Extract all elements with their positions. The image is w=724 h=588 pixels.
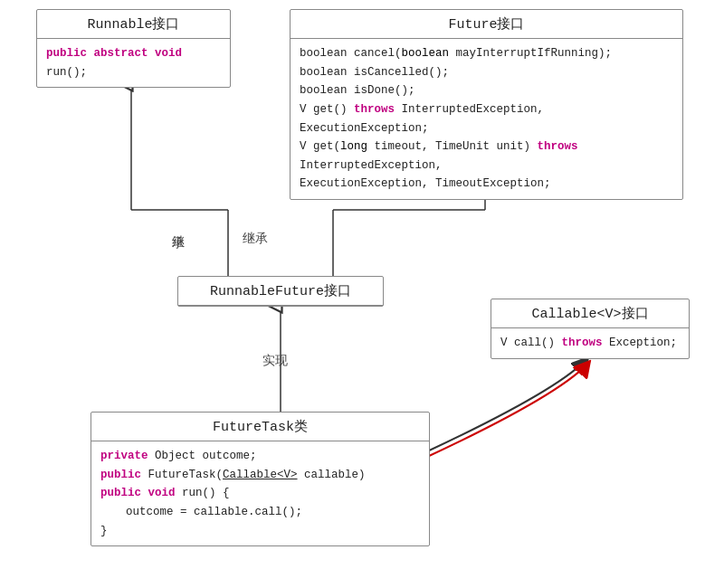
ft-line-1: private Object outcome; <box>100 447 420 466</box>
runnable-title: Runnable接口 <box>37 10 230 39</box>
future-line-4: V get() throws InterruptedException, Exe… <box>300 100 673 138</box>
ft-line-5: } <box>100 522 420 541</box>
future-body: boolean cancel(boolean mayInterruptIfRun… <box>291 39 682 199</box>
future-line-5: V get(long timeout, TimeUnit unit) throw… <box>300 138 673 194</box>
inherit-label: 继承 <box>169 224 186 228</box>
callable-title: Callable<V>接口 <box>491 299 689 328</box>
implement-label: 实现 <box>262 353 288 369</box>
futuretask-title: FutureTask类 <box>91 413 429 441</box>
runnable-body: public abstract void run(); <box>37 39 230 87</box>
kw-void-1: void <box>155 47 182 60</box>
inherit-label-h: 继承 <box>243 231 268 247</box>
future-line-3: boolean isDone(); <box>300 81 673 100</box>
diagram-container: Runnable接口 public abstract void run(); F… <box>0 0 724 588</box>
ft-line-4: outcome = callable.call(); <box>100 503 420 522</box>
futuretask-body: private Object outcome; public FutureTas… <box>91 441 429 545</box>
callable-throws: throws <box>562 337 603 349</box>
future-box: Future接口 boolean cancel(boolean mayInter… <box>290 9 683 200</box>
kw-abstract-1: abstract <box>94 47 156 60</box>
future-line-1: boolean cancel(boolean mayInterruptIfRun… <box>300 44 673 63</box>
future-line-2: boolean isCancelled(); <box>300 63 673 82</box>
runnable-box: Runnable接口 public abstract void run(); <box>36 9 231 88</box>
runnablefuture-box: RunnableFuture接口 <box>177 276 384 307</box>
future-title: Future接口 <box>291 10 682 39</box>
futuretask-box: FutureTask类 private Object outcome; publ… <box>90 412 430 546</box>
ft-line-3: public void run() { <box>100 484 420 503</box>
run-method: run(); <box>46 66 87 79</box>
kw-public-1: public <box>46 47 94 60</box>
runnablefuture-title: RunnableFuture接口 <box>178 277 383 306</box>
callable-body: V call() throws Exception; <box>491 328 689 358</box>
callable-box: Callable<V>接口 V call() throws Exception; <box>491 299 690 359</box>
ft-line-2: public FutureTask(Callable<V> callable) <box>100 466 420 485</box>
